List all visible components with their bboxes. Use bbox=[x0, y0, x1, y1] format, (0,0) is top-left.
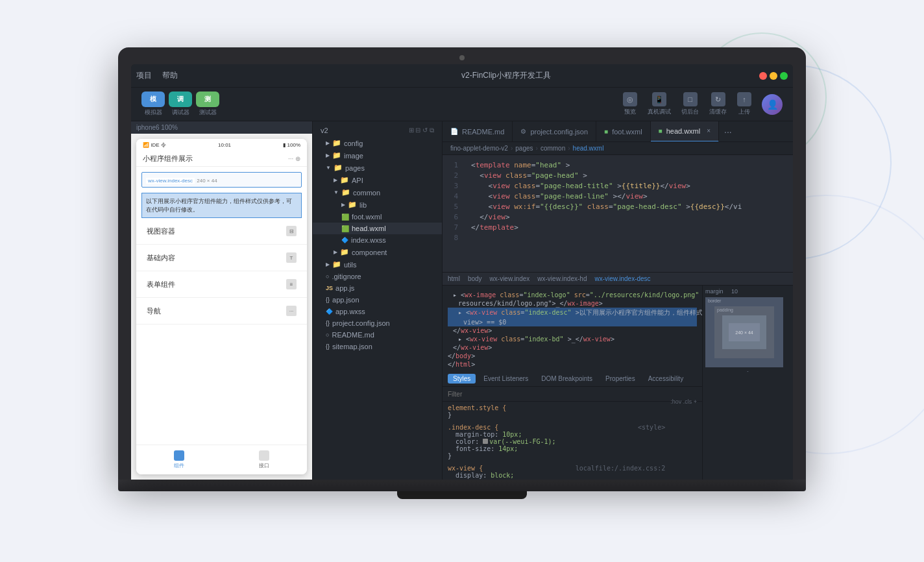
list-label-2: 表单组件 bbox=[147, 280, 175, 289]
laptop-camera bbox=[459, 55, 465, 60]
tree-item-foot-wxml[interactable]: 🟩 foot.wxml bbox=[313, 211, 442, 223]
tree-item-image[interactable]: ▶ 📁 image bbox=[313, 149, 442, 162]
inspector-left: ▸ <wx-image class="index-logo" src="../r… bbox=[443, 286, 702, 480]
tree-item-project-config[interactable]: {} project.config.json bbox=[313, 317, 442, 329]
tab-project-config[interactable]: ⚙ project.config.json bbox=[513, 121, 596, 142]
list-item-basic-content[interactable]: 基础内容 T bbox=[136, 245, 307, 271]
style-close-desc: } bbox=[448, 452, 452, 459]
upload-action[interactable]: ↑ 上传 bbox=[737, 92, 751, 116]
tree-item-lib[interactable]: ▶ 📁 lib bbox=[313, 199, 442, 211]
elem-crumb-desc[interactable]: wx-view.index-desc bbox=[594, 275, 650, 282]
title-bar-controls bbox=[759, 72, 788, 80]
tree-item-readme[interactable]: ○ README.md bbox=[313, 329, 442, 341]
phone-title-actions: ··· ⊕ bbox=[288, 155, 300, 162]
style-tab-event[interactable]: Event Listeners bbox=[478, 374, 533, 384]
style-tab-props[interactable]: Properties bbox=[600, 374, 640, 384]
window-max-btn[interactable] bbox=[780, 72, 788, 80]
html-tree-line-7: </body> bbox=[448, 352, 697, 360]
file-tree: v2 ⊞ ⊟ ↺ ⧉ ▶ 📁 config ▶ 📁 image bbox=[313, 121, 443, 480]
list-label-0: 视图容器 bbox=[147, 226, 175, 236]
clear-cache-action[interactable]: ↻ 清缓存 bbox=[709, 92, 727, 116]
style-prop-color: color bbox=[456, 438, 475, 445]
preview-action[interactable]: ◎ 预览 bbox=[623, 92, 637, 116]
debug-btn[interactable]: 调 调试器 bbox=[169, 92, 192, 117]
style-tab-styles[interactable]: Styles bbox=[448, 374, 476, 384]
phone-nav-component[interactable]: 组件 bbox=[136, 448, 222, 472]
tab-head-close[interactable]: × bbox=[707, 127, 711, 134]
style-tab-access[interactable]: Accessibility bbox=[643, 374, 688, 384]
breadcrumb: fino-applet-demo-v2 › pages › common › h… bbox=[443, 142, 793, 155]
style-tab-dom[interactable]: DOM Breakpoints bbox=[536, 374, 598, 384]
tab-head-icon: ■ bbox=[659, 127, 663, 134]
tree-item-gitignore[interactable]: ○ .gitignore bbox=[313, 271, 442, 282]
menu-help[interactable]: 帮助 bbox=[162, 70, 178, 81]
tree-label-image: image bbox=[344, 152, 363, 160]
user-avatar[interactable]: 👤 bbox=[762, 94, 783, 115]
box-margin-text: border bbox=[708, 299, 721, 303]
chevron-pages: ▼ bbox=[326, 165, 331, 171]
file-head-icon: 🟩 bbox=[341, 225, 349, 232]
tree-item-component[interactable]: ▶ 📁 component bbox=[313, 246, 442, 258]
list-icon-2: ≡ bbox=[286, 279, 297, 289]
real-device-action[interactable]: 📱 真机调试 bbox=[648, 92, 671, 116]
tree-item-sitemap[interactable]: {} sitemap.json bbox=[313, 341, 442, 352]
chevron-component: ▶ bbox=[334, 249, 337, 255]
title-bar-left: 项目 帮助 bbox=[136, 70, 253, 81]
window-close-btn[interactable] bbox=[759, 72, 767, 80]
filter-bar: :hov .cls + bbox=[443, 387, 702, 402]
code-main[interactable]: 1 2 3 4 5 6 7 8 bbox=[443, 155, 793, 272]
debug-icon: 调 bbox=[169, 92, 192, 107]
main-content: iphone6 100% 📶 IDE 令 10:01 ▮ 100% 小程序组件展… bbox=[131, 121, 793, 480]
window-min-btn[interactable] bbox=[770, 72, 777, 80]
list-item-view-container[interactable]: 视图容器 ⊟ bbox=[136, 218, 307, 245]
tree-item-api[interactable]: ▶ 📁 API bbox=[313, 174, 442, 186]
filter-input[interactable] bbox=[448, 391, 697, 398]
tab-foot-wxml[interactable]: ■ foot.wxml bbox=[596, 121, 651, 142]
tree-label-api: API bbox=[352, 177, 363, 184]
elem-crumb-html[interactable]: html bbox=[448, 275, 460, 282]
styles-panel: element.style { } .index-desc { <style> bbox=[443, 402, 670, 480]
tab-head-wxml[interactable]: ■ head.wxml × bbox=[651, 121, 719, 142]
list-item-nav[interactable]: 导航 ··· bbox=[136, 298, 307, 324]
folder-api-icon: 📁 bbox=[340, 176, 349, 184]
tab-readme[interactable]: 📄 README.md bbox=[443, 121, 513, 142]
tree-item-app-wxss[interactable]: 🔷 app.wxss bbox=[313, 306, 442, 317]
elem-crumb-hd[interactable]: wx-view.index-hd bbox=[537, 275, 587, 282]
list-label-3: 导航 bbox=[147, 306, 161, 316]
tree-item-config[interactable]: ▶ 📁 config bbox=[313, 137, 442, 149]
test-btn[interactable]: 测 测试器 bbox=[196, 92, 219, 117]
tab-projconf-icon: ⚙ bbox=[520, 128, 526, 135]
cut-log-action[interactable]: □ 切后台 bbox=[681, 92, 699, 116]
simulate-icon: 模 bbox=[141, 92, 165, 107]
elem-crumb-body[interactable]: body bbox=[468, 275, 482, 282]
tree-item-index-wxss[interactable]: 🔷 index.wxss bbox=[313, 234, 442, 246]
bottom-panel: html body wx-view.index wx-view.index-hd… bbox=[443, 272, 793, 480]
simulate-btn[interactable]: 模 模拟器 bbox=[141, 92, 165, 117]
code-line-5: <view wx:if="{{desc}}" class="page-head-… bbox=[463, 202, 793, 212]
tree-item-utils[interactable]: ▶ 📁 utils bbox=[313, 258, 442, 271]
laptop-base bbox=[118, 480, 806, 491]
style-close-element: } bbox=[448, 411, 452, 419]
tab-more-btn[interactable]: ··· bbox=[719, 127, 737, 137]
html-tree-line-5[interactable]: ▸ <wx-view class="index-bd" >_</wx-view> bbox=[448, 335, 697, 343]
debug-label: 调试器 bbox=[172, 108, 189, 117]
tree-item-common[interactable]: ▼ 📁 common bbox=[313, 186, 442, 199]
tree-item-head-wxml[interactable]: 🟩 head.wxml bbox=[313, 223, 442, 234]
tree-item-pages[interactable]: ▼ 📁 pages bbox=[313, 162, 442, 174]
menu-project[interactable]: 项目 bbox=[136, 70, 152, 81]
tree-item-app-json[interactable]: {} app.json bbox=[313, 294, 442, 306]
folder-pages-icon: 📁 bbox=[334, 164, 343, 172]
real-device-label: 真机调试 bbox=[648, 108, 671, 116]
html-tree-line-2[interactable]: ▸ <wx-view class="index-desc" >以下用展示小程序官… bbox=[448, 308, 697, 318]
phone-nav-interface[interactable]: 接口 bbox=[222, 448, 308, 472]
list-item-form[interactable]: 表单组件 ≡ bbox=[136, 271, 307, 298]
tree-label-index-wxss: index.wxss bbox=[351, 236, 386, 244]
tab-foot-label: foot.wxml bbox=[612, 128, 642, 136]
test-icon: 测 bbox=[196, 92, 219, 107]
elem-crumb-wxview[interactable]: wx-view.index bbox=[490, 275, 530, 282]
breadcrumb-sep-0: › bbox=[511, 145, 513, 152]
style-selector-wx-view: wx-view { bbox=[448, 465, 483, 472]
html-tree-line-1: resources/kind/logo.png">_</wx-image> bbox=[448, 299, 697, 308]
html-tree-line-0[interactable]: ▸ <wx-image class="index-logo" src="../r… bbox=[448, 291, 697, 299]
tree-item-app-js[interactable]: JS app.js bbox=[313, 282, 442, 294]
